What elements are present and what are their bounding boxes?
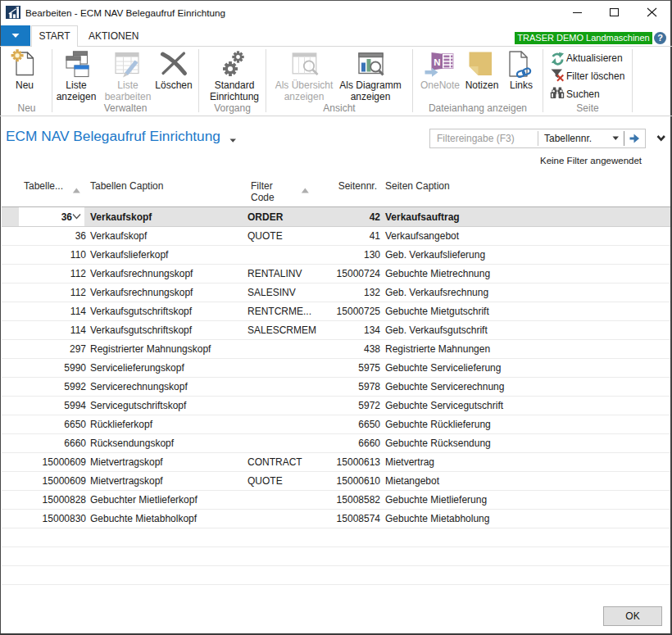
svg-text:N: N xyxy=(434,57,440,67)
